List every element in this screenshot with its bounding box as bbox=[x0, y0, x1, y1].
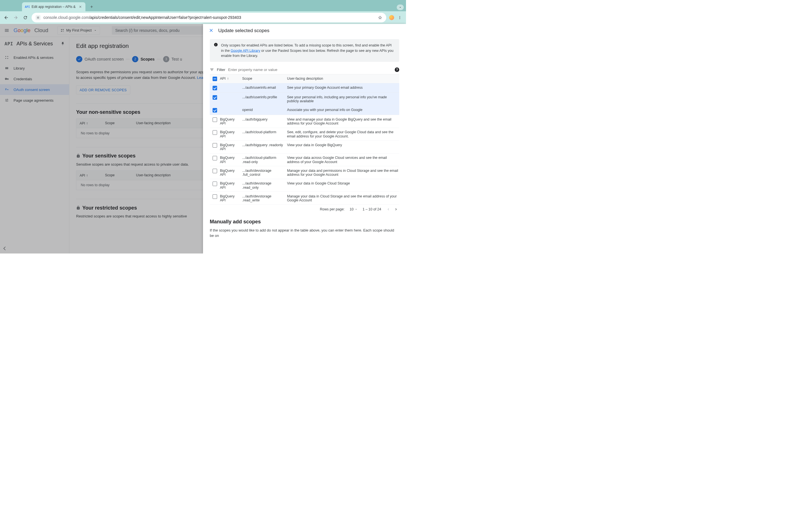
sort-arrow-icon: ↑ bbox=[227, 76, 229, 80]
table-row: BigQuery API.../auth/bigquery .readonlyV… bbox=[210, 140, 399, 154]
filter-icon[interactable] bbox=[210, 68, 214, 72]
table-row: BigQuery API.../auth/devstorage .full_co… bbox=[210, 166, 399, 179]
browser-tabstrip: API Edit app registration – APIs & bbox=[0, 0, 406, 11]
tabs-dropdown-button[interactable] bbox=[397, 4, 404, 10]
scope-api: BigQuery API bbox=[220, 143, 241, 151]
panel-title: Update selected scopes bbox=[218, 27, 269, 33]
table-row: BigQuery API.../auth/bigqueryView and ma… bbox=[210, 115, 399, 128]
scope-api: BigQuery API bbox=[220, 117, 241, 125]
table-row: BigQuery API.../auth/devstorage .read_on… bbox=[210, 179, 399, 192]
scope-name: .../auth/cloud-platform bbox=[242, 130, 286, 134]
scope-desc: View your data in Google BigQuery bbox=[287, 143, 398, 147]
select-all-checkbox[interactable] bbox=[213, 76, 217, 81]
site-settings-icon[interactable] bbox=[36, 15, 41, 20]
scope-checkbox[interactable] bbox=[213, 143, 217, 148]
scope-api: BigQuery API bbox=[220, 156, 241, 164]
scope-name: .../auth/devstorage .full_control bbox=[242, 168, 286, 177]
filter-bar: Filter ? bbox=[210, 66, 399, 73]
update-scopes-panel: Update selected scopes Only scopes for e… bbox=[203, 24, 406, 253]
browser-toolbar: console.cloud.google.com/apis/credential… bbox=[0, 11, 406, 24]
forward-button[interactable] bbox=[12, 14, 19, 21]
scopes-table: API ↑ Scope User-facing description .../… bbox=[210, 74, 399, 205]
scope-checkbox[interactable] bbox=[213, 130, 217, 135]
manual-scopes-text: If the scopes you would like to add do n… bbox=[210, 227, 399, 238]
scope-api: BigQuery API bbox=[220, 130, 241, 138]
tab-favicon-icon: API bbox=[25, 4, 29, 9]
scope-checkbox[interactable] bbox=[213, 108, 217, 112]
scope-name: .../auth/bigquery .readonly bbox=[242, 143, 286, 147]
scope-checkbox[interactable] bbox=[213, 181, 217, 186]
close-panel-icon[interactable] bbox=[209, 28, 214, 33]
table-row: openidAssociate you with your personal i… bbox=[210, 105, 399, 115]
filter-label: Filter bbox=[217, 68, 225, 72]
scope-checkbox[interactable] bbox=[213, 169, 217, 173]
scope-checkbox[interactable] bbox=[213, 95, 217, 100]
scope-desc: View your data in Google Cloud Storage bbox=[287, 181, 398, 185]
info-icon bbox=[214, 43, 218, 47]
scope-desc: Manage your data and permissions in Clou… bbox=[287, 168, 398, 177]
table-header-api[interactable]: API ↑ bbox=[220, 76, 241, 80]
help-icon[interactable]: ? bbox=[395, 67, 399, 72]
reload-button[interactable] bbox=[22, 14, 29, 21]
scope-checkbox[interactable] bbox=[213, 117, 217, 122]
scope-checkbox[interactable] bbox=[213, 194, 217, 199]
rows-per-page-label: Rows per page: bbox=[320, 207, 345, 212]
address-bar[interactable]: console.cloud.google.com/apis/credential… bbox=[32, 13, 386, 22]
scope-api: BigQuery API bbox=[220, 194, 241, 202]
table-header-desc[interactable]: User-facing description bbox=[287, 76, 398, 80]
url-text: console.cloud.google.com/apis/credential… bbox=[43, 15, 375, 20]
page-range: 1 – 10 of 24 bbox=[363, 207, 381, 212]
scope-desc: See your primary Google Account email ad… bbox=[287, 86, 398, 90]
table-row: BigQuery API.../auth/cloud-platformSee, … bbox=[210, 128, 399, 140]
rows-per-page-select[interactable]: 10 bbox=[350, 207, 357, 212]
info-text: Only scopes for enabled APIs are listed … bbox=[221, 43, 395, 58]
browser-tab[interactable]: API Edit app registration – APIs & bbox=[22, 2, 86, 11]
tab-close-icon[interactable] bbox=[79, 5, 82, 8]
info-banner: Only scopes for enabled APIs are listed … bbox=[210, 39, 399, 62]
scope-api: BigQuery API bbox=[220, 181, 241, 189]
google-api-library-link[interactable]: Google API Library bbox=[231, 48, 260, 52]
table-header-scope[interactable]: Scope bbox=[242, 76, 286, 80]
scope-checkbox[interactable] bbox=[213, 156, 217, 160]
filter-input[interactable] bbox=[228, 68, 392, 72]
scope-name: .../auth/bigquery bbox=[242, 117, 286, 121]
scope-name: .../auth/devstorage .read_write bbox=[242, 194, 286, 202]
scope-name: openid bbox=[242, 108, 286, 112]
scope-desc: See your personal info, including any pe… bbox=[287, 95, 398, 103]
scope-desc: View and manage your data in Google BigQ… bbox=[287, 117, 398, 125]
scope-desc: View your data across Google Cloud servi… bbox=[287, 156, 398, 164]
paginator: Rows per page: 10 1 – 10 of 24 bbox=[210, 205, 399, 216]
scope-desc: Associate you with your personal info on… bbox=[287, 108, 398, 112]
scope-name: .../auth/cloud-platform .read-only bbox=[242, 156, 286, 164]
prev-page-icon[interactable] bbox=[386, 207, 391, 211]
scope-name: .../auth/devstorage .read_only bbox=[242, 181, 286, 189]
manual-scopes-title: Manually add scopes bbox=[210, 219, 399, 224]
back-button[interactable] bbox=[3, 14, 10, 21]
scope-checkbox[interactable] bbox=[213, 86, 217, 90]
table-row: .../auth/userinfo.profileSee your person… bbox=[210, 93, 399, 106]
table-row: .../auth/userinfo.emailSee your primary … bbox=[210, 83, 399, 93]
bookmark-star-icon[interactable] bbox=[378, 15, 382, 20]
tab-title: Edit app registration – APIs & bbox=[32, 5, 77, 9]
scope-desc: See, edit, configure, and delete your Go… bbox=[287, 130, 398, 138]
scope-api: BigQuery API bbox=[220, 168, 241, 177]
scope-name: .../auth/userinfo.email bbox=[242, 86, 286, 90]
scope-desc: Manage your data in Cloud Storage and se… bbox=[287, 194, 398, 202]
table-row: BigQuery API.../auth/cloud-platform .rea… bbox=[210, 153, 399, 166]
extension-icon[interactable] bbox=[389, 15, 394, 20]
table-header-row: API ↑ Scope User-facing description bbox=[210, 74, 399, 83]
table-row: BigQuery API.../auth/devstorage .read_wr… bbox=[210, 192, 399, 205]
new-tab-button[interactable] bbox=[88, 3, 95, 10]
browser-menu-icon[interactable] bbox=[396, 14, 403, 21]
next-page-icon[interactable] bbox=[394, 207, 398, 211]
scope-name: .../auth/userinfo.profile bbox=[242, 95, 286, 99]
